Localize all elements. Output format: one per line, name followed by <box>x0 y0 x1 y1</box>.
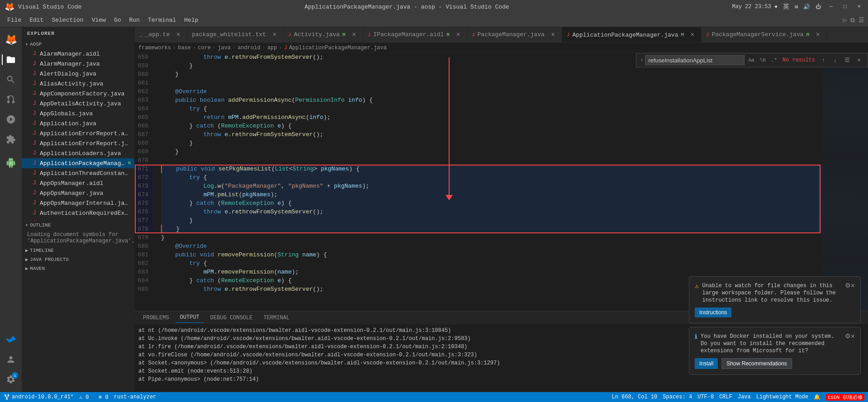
install-btn[interactable]: Install <box>695 358 718 369</box>
file-AppDetailsActivity[interactable]: J AppDetailsActivity.java <box>22 99 134 109</box>
next-match-btn[interactable]: ↓ <box>830 55 840 65</box>
notification-close-btn-2[interactable]: × <box>851 333 855 340</box>
file-AlarmManager-java[interactable]: J AlarmManager.java <box>22 59 134 69</box>
menu-help[interactable]: Help <box>180 15 202 25</box>
whole-word-btn[interactable]: \b <box>758 57 768 63</box>
java-mode-indicator[interactable]: Lightweight Mode <box>756 394 808 400</box>
tab-close-btn[interactable]: × <box>549 31 557 39</box>
menu-view[interactable]: View <box>88 15 109 25</box>
minimize-btn[interactable]: — <box>826 4 835 10</box>
tab-activity-java[interactable]: J Activity.java M × <box>284 27 363 43</box>
panel-tab-problems[interactable]: PROBLEMS <box>138 313 174 323</box>
language-indicator[interactable]: Java <box>738 394 751 400</box>
file-AppOpsManager-aidl[interactable]: J AppOpsManager.aidl <box>22 178 134 188</box>
activity-git[interactable] <box>2 90 20 109</box>
file-AuthenticationRequiredException[interactable]: J AuthenticationRequiredException.java <box>22 208 134 218</box>
tab-packagemanagerservice[interactable]: J PackageManagerService.java M × <box>702 27 827 43</box>
search-menu-btn[interactable]: ☰ <box>842 55 852 65</box>
file-AppOpsManagerInternal[interactable]: J AppOpsManagerInternal.java <box>22 198 134 208</box>
lang-icon[interactable]: 英 <box>783 3 789 11</box>
eol-indicator[interactable]: CRLF <box>719 394 732 400</box>
git-branch[interactable]: android-10.0.0_r41* <box>4 394 74 400</box>
encoding-indicator[interactable]: UTF-8 <box>697 394 714 400</box>
breadcrumb-java[interactable]: java <box>218 45 231 51</box>
file-Application[interactable]: J Application.java <box>22 118 134 128</box>
menu-file[interactable]: File <box>4 15 25 25</box>
close-search-btn[interactable]: × <box>854 55 864 65</box>
java-projects-header[interactable]: ▶ JAVA PROJECTS <box>22 255 134 264</box>
breadcrumb-android[interactable]: android <box>237 45 260 51</box>
file-AlertDialog[interactable]: J AlertDialog.java <box>22 69 134 79</box>
code-area[interactable]: throw e.rethrowFromSystemServer(); } } <box>157 53 823 311</box>
breadcrumb-file[interactable]: ApplicationPackageManager.java <box>289 45 387 51</box>
tab-close-btn[interactable]: × <box>814 31 822 39</box>
menu-edit[interactable]: Edit <box>26 15 47 25</box>
activity-android[interactable] <box>2 154 20 172</box>
close-btn[interactable]: × <box>855 4 863 10</box>
power-icon[interactable]: ⏻ <box>816 4 821 10</box>
file-AppOpsManager-java[interactable]: J AppOpsManager.java <box>22 188 134 198</box>
spaces-indicator[interactable]: Spaces: 4 <box>663 394 692 400</box>
activity-vscode[interactable] <box>2 331 20 349</box>
notification-close-btn-1[interactable]: × <box>851 282 855 289</box>
panel-toggle-icon[interactable]: ☰ <box>859 16 864 24</box>
aosp-section[interactable]: ▾ AOSP <box>22 40 134 49</box>
notification-gear-btn-1[interactable]: ⚙ <box>845 282 851 288</box>
file-AppGlobals[interactable]: J AppGlobals.java <box>22 109 134 118</box>
activity-explorer[interactable] <box>2 51 20 69</box>
activity-firefox[interactable]: 🦊 <box>2 31 20 49</box>
file-ApplicationErrorReport-aidl[interactable]: J ApplicationErrorReport.aidl <box>22 128 134 138</box>
activity-account[interactable] <box>2 350 20 369</box>
breadcrumb-base[interactable]: base <box>178 45 191 51</box>
show-recommendations-btn[interactable]: Show Recommendations <box>721 358 792 369</box>
tab-close-btn[interactable]: × <box>350 31 358 39</box>
instructions-btn[interactable]: Instructions <box>695 307 731 317</box>
regex-btn[interactable]: .* <box>769 57 779 63</box>
tab-applicationpackagemanager[interactable]: J ApplicationPackageManager.java M × <box>562 27 702 43</box>
outline-section-header[interactable]: ▾ OUTLINE <box>22 221 134 230</box>
breadcrumb-frameworks[interactable]: frameworks <box>138 45 171 51</box>
menu-go[interactable]: Go <box>110 15 125 25</box>
file-AppComponentFactory[interactable]: J AppComponentFactory.java <box>22 89 134 99</box>
maximize-btn[interactable]: □ <box>841 4 849 10</box>
panel-tab-terminal[interactable]: TERMINAL <box>259 313 294 323</box>
panel-tab-output[interactable]: OUTPUT <box>175 312 204 323</box>
tab-close-btn[interactable]: × <box>270 31 279 39</box>
menu-terminal[interactable]: Terminal <box>144 15 180 25</box>
breadcrumb-core[interactable]: core <box>198 45 211 51</box>
sound-icon[interactable]: 🔊 <box>803 4 810 10</box>
notification-gear-btn-2[interactable]: ⚙ <box>845 333 851 339</box>
tab-app-te[interactable]: _ _app.te × <box>135 27 187 43</box>
search-input[interactable] <box>645 55 745 65</box>
file-ApplicationLoaders[interactable]: J ApplicationLoaders.java <box>22 148 134 158</box>
activity-settings[interactable]: 1 <box>2 370 20 388</box>
file-ApplicationThreadConstants[interactable]: J ApplicationThreadConstants.java <box>22 168 134 178</box>
file-ApplicationPackageManager[interactable]: J ApplicationPackageManager.java M <box>22 158 134 168</box>
file-AlarmManager-aidl[interactable]: J AlarmManager.aidl <box>22 49 134 59</box>
editor-content[interactable]: › Aa \b .* No results ↑ ↓ ☰ × 658 659 66… <box>135 53 868 311</box>
tab-close-btn[interactable]: × <box>174 31 182 39</box>
timeline-section-header[interactable]: ▶ TIMELINE <box>22 246 134 255</box>
search-expand-icon[interactable]: › <box>640 57 643 63</box>
breadcrumb-app[interactable]: app <box>267 45 277 51</box>
notification-bell[interactable]: 🔔 <box>814 394 821 401</box>
tab-close-btn[interactable]: × <box>688 31 697 39</box>
menu-run[interactable]: Run <box>125 15 143 25</box>
tab-ipackagemanager[interactable]: J IPackageManager.aidl M × <box>363 27 467 43</box>
menu-selection[interactable]: Selection <box>48 15 87 25</box>
activity-extensions[interactable] <box>2 130 20 148</box>
problems-indicator[interactable]: ⚠ 0 ⊗ 0 <box>79 394 109 401</box>
file-AliasActivity[interactable]: J AliasActivity.java <box>22 79 134 89</box>
activity-search[interactable] <box>2 71 20 89</box>
file-ApplicationErrorReport-java[interactable]: J ApplicationErrorReport.java <box>22 138 134 148</box>
prev-match-btn[interactable]: ↑ <box>819 55 829 65</box>
run-icon[interactable]: ▷ <box>843 16 847 24</box>
tab-close-btn[interactable]: × <box>454 31 462 39</box>
split-editor-icon[interactable]: ⧉ <box>850 17 855 24</box>
maven-section-header[interactable]: ▶ MAVEN <box>22 264 134 273</box>
activity-run-debug[interactable] <box>2 110 20 128</box>
ln-col-indicator[interactable]: Ln 668, Col 10 <box>612 394 657 400</box>
tab-packagemanager[interactable]: J PackageManager.java × <box>467 27 562 43</box>
case-sensitive-btn[interactable]: Aa <box>746 57 756 63</box>
tab-package-whitelist[interactable]: package_whitelist.txt × <box>187 27 284 43</box>
